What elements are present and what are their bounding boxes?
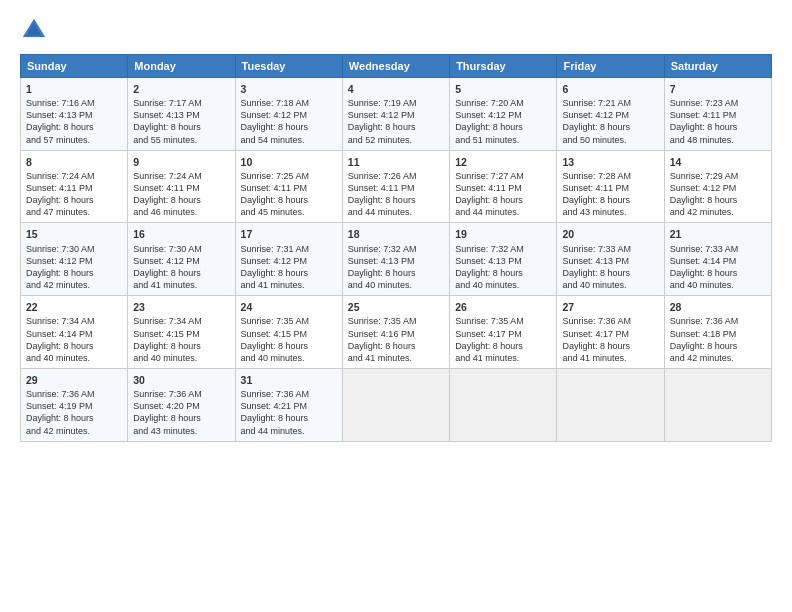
header-cell-monday: Monday — [128, 55, 235, 78]
day-number: 12 — [455, 155, 551, 169]
day-number: 31 — [241, 373, 337, 387]
day-cell: 31Sunrise: 7:36 AMSunset: 4:21 PMDayligh… — [235, 368, 342, 441]
day-info-line: Sunset: 4:19 PM — [26, 400, 122, 412]
day-info-line: Sunset: 4:15 PM — [241, 328, 337, 340]
header-cell-wednesday: Wednesday — [342, 55, 449, 78]
day-number: 5 — [455, 82, 551, 96]
day-info-line: Daylight: 8 hours — [670, 194, 766, 206]
day-info-line: Sunrise: 7:34 AM — [133, 315, 229, 327]
day-info-line: Sunset: 4:15 PM — [133, 328, 229, 340]
day-info-line: Sunset: 4:12 PM — [241, 255, 337, 267]
day-cell: 30Sunrise: 7:36 AMSunset: 4:20 PMDayligh… — [128, 368, 235, 441]
day-info-line: Sunrise: 7:24 AM — [26, 170, 122, 182]
day-info-line: Sunrise: 7:26 AM — [348, 170, 444, 182]
day-info-line: and 42 minutes. — [26, 425, 122, 437]
day-info-line: Daylight: 8 hours — [26, 121, 122, 133]
day-info-line: and 41 minutes. — [562, 352, 658, 364]
day-number: 24 — [241, 300, 337, 314]
day-number: 28 — [670, 300, 766, 314]
day-cell: 8Sunrise: 7:24 AMSunset: 4:11 PMDaylight… — [21, 150, 128, 223]
day-info-line: Sunset: 4:11 PM — [562, 182, 658, 194]
day-info-line: Daylight: 8 hours — [348, 121, 444, 133]
day-info-line: Sunset: 4:12 PM — [455, 109, 551, 121]
day-number: 2 — [133, 82, 229, 96]
day-info-line: Sunrise: 7:18 AM — [241, 97, 337, 109]
day-info-line: Sunrise: 7:25 AM — [241, 170, 337, 182]
day-info-line: and 51 minutes. — [455, 134, 551, 146]
day-info-line: Daylight: 8 hours — [26, 194, 122, 206]
day-info-line: and 41 minutes. — [455, 352, 551, 364]
day-info-line: and 42 minutes. — [670, 206, 766, 218]
day-info-line: Sunrise: 7:20 AM — [455, 97, 551, 109]
day-info-line: and 44 minutes. — [348, 206, 444, 218]
day-cell: 15Sunrise: 7:30 AMSunset: 4:12 PMDayligh… — [21, 223, 128, 296]
day-number: 9 — [133, 155, 229, 169]
day-info-line: Sunset: 4:12 PM — [26, 255, 122, 267]
day-info-line: Sunrise: 7:30 AM — [133, 243, 229, 255]
day-info-line: and 43 minutes. — [133, 425, 229, 437]
day-cell: 22Sunrise: 7:34 AMSunset: 4:14 PMDayligh… — [21, 296, 128, 369]
day-number: 17 — [241, 227, 337, 241]
day-number: 8 — [26, 155, 122, 169]
day-info-line: and 44 minutes. — [455, 206, 551, 218]
day-cell: 4Sunrise: 7:19 AMSunset: 4:12 PMDaylight… — [342, 78, 449, 151]
day-cell: 21Sunrise: 7:33 AMSunset: 4:14 PMDayligh… — [664, 223, 771, 296]
day-cell: 17Sunrise: 7:31 AMSunset: 4:12 PMDayligh… — [235, 223, 342, 296]
day-info-line: and 50 minutes. — [562, 134, 658, 146]
day-info-line: Daylight: 8 hours — [562, 194, 658, 206]
day-number: 21 — [670, 227, 766, 241]
day-info-line: Daylight: 8 hours — [26, 340, 122, 352]
day-info-line: Daylight: 8 hours — [348, 194, 444, 206]
day-info-line: Sunrise: 7:36 AM — [241, 388, 337, 400]
week-row-2: 8Sunrise: 7:24 AMSunset: 4:11 PMDaylight… — [21, 150, 772, 223]
day-cell: 19Sunrise: 7:32 AMSunset: 4:13 PMDayligh… — [450, 223, 557, 296]
day-info-line: Daylight: 8 hours — [26, 267, 122, 279]
page: SundayMondayTuesdayWednesdayThursdayFrid… — [0, 0, 792, 612]
day-info-line: Sunrise: 7:36 AM — [670, 315, 766, 327]
day-info-line: Sunrise: 7:28 AM — [562, 170, 658, 182]
day-cell: 13Sunrise: 7:28 AMSunset: 4:11 PMDayligh… — [557, 150, 664, 223]
day-cell: 26Sunrise: 7:35 AMSunset: 4:17 PMDayligh… — [450, 296, 557, 369]
day-cell: 20Sunrise: 7:33 AMSunset: 4:13 PMDayligh… — [557, 223, 664, 296]
day-info-line: Sunrise: 7:17 AM — [133, 97, 229, 109]
day-info-line: and 52 minutes. — [348, 134, 444, 146]
day-cell — [557, 368, 664, 441]
day-info-line: Daylight: 8 hours — [455, 121, 551, 133]
header-row: SundayMondayTuesdayWednesdayThursdayFrid… — [21, 55, 772, 78]
day-info-line: Sunset: 4:12 PM — [562, 109, 658, 121]
day-info-line: and 40 minutes. — [562, 279, 658, 291]
day-info-line: Daylight: 8 hours — [241, 412, 337, 424]
day-info-line: Sunrise: 7:16 AM — [26, 97, 122, 109]
day-info-line: Daylight: 8 hours — [670, 121, 766, 133]
day-info-line: Daylight: 8 hours — [670, 340, 766, 352]
day-cell: 24Sunrise: 7:35 AMSunset: 4:15 PMDayligh… — [235, 296, 342, 369]
day-info-line: Sunset: 4:12 PM — [241, 109, 337, 121]
week-row-1: 1Sunrise: 7:16 AMSunset: 4:13 PMDaylight… — [21, 78, 772, 151]
day-info-line: Sunset: 4:16 PM — [348, 328, 444, 340]
day-info-line: Sunrise: 7:19 AM — [348, 97, 444, 109]
day-info-line: Sunrise: 7:31 AM — [241, 243, 337, 255]
day-info-line: Sunrise: 7:32 AM — [455, 243, 551, 255]
day-info-line: Sunset: 4:11 PM — [455, 182, 551, 194]
day-number: 3 — [241, 82, 337, 96]
day-cell — [342, 368, 449, 441]
header-cell-tuesday: Tuesday — [235, 55, 342, 78]
day-cell: 12Sunrise: 7:27 AMSunset: 4:11 PMDayligh… — [450, 150, 557, 223]
day-info-line: Sunrise: 7:35 AM — [241, 315, 337, 327]
day-info-line: Sunrise: 7:35 AM — [348, 315, 444, 327]
day-info-line: Daylight: 8 hours — [241, 340, 337, 352]
day-info-line: Sunrise: 7:23 AM — [670, 97, 766, 109]
day-info-line: Sunset: 4:17 PM — [562, 328, 658, 340]
day-cell: 2Sunrise: 7:17 AMSunset: 4:13 PMDaylight… — [128, 78, 235, 151]
day-info-line: Sunrise: 7:36 AM — [133, 388, 229, 400]
day-info-line: and 41 minutes. — [348, 352, 444, 364]
logo-icon — [20, 16, 48, 44]
day-info-line: Sunset: 4:20 PM — [133, 400, 229, 412]
day-number: 27 — [562, 300, 658, 314]
day-info-line: and 40 minutes. — [133, 352, 229, 364]
day-info-line: Daylight: 8 hours — [133, 194, 229, 206]
day-cell: 16Sunrise: 7:30 AMSunset: 4:12 PMDayligh… — [128, 223, 235, 296]
day-info-line: Daylight: 8 hours — [455, 267, 551, 279]
day-info-line: and 43 minutes. — [562, 206, 658, 218]
day-number: 15 — [26, 227, 122, 241]
